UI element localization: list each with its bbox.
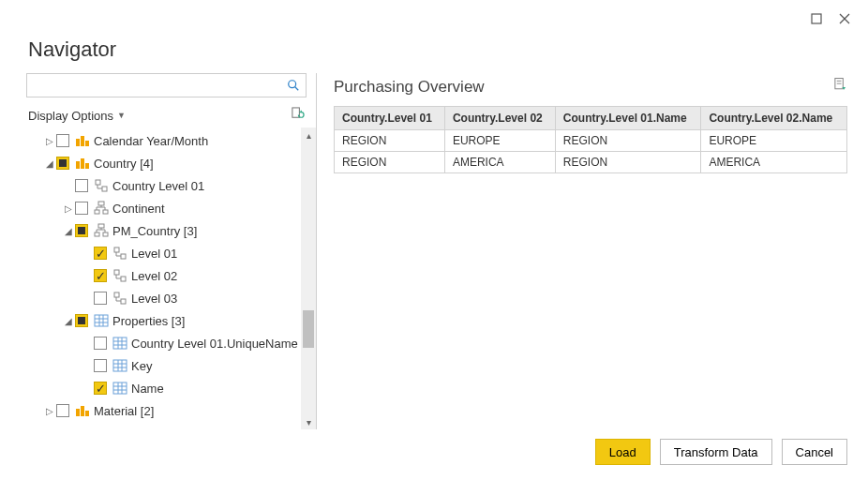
- maximize-button[interactable]: [802, 5, 831, 33]
- table-header-row: Country.Level 01 Country.Level 02 Countr…: [335, 107, 847, 130]
- node-label: Country [4]: [94, 157, 154, 171]
- checkbox-partial[interactable]: [56, 157, 69, 170]
- svg-rect-24: [95, 232, 99, 236]
- tree-scrollbar[interactable]: ▴ ▾: [301, 128, 316, 429]
- dimension-icon: [75, 133, 90, 148]
- checkbox[interactable]: [56, 134, 69, 147]
- checkbox-checked[interactable]: ✓: [94, 269, 107, 282]
- checkbox-partial[interactable]: [75, 314, 88, 327]
- tree-node-cl01unique[interactable]: Country Level 01.UniqueName: [26, 332, 316, 354]
- refresh-icon[interactable]: [291, 107, 305, 124]
- hierarchy-icon: [94, 201, 109, 216]
- col-header[interactable]: Country.Level 02.Name: [701, 107, 847, 130]
- scroll-up-icon[interactable]: ▴: [301, 128, 316, 142]
- table-icon: [94, 313, 109, 328]
- node-label: Country Level 01.UniqueName: [131, 337, 298, 351]
- load-button[interactable]: Load: [595, 439, 651, 465]
- preview-title: Purchasing Overview: [334, 78, 485, 97]
- svg-rect-63: [81, 406, 84, 416]
- table-icon: [112, 358, 127, 373]
- header: Navigator: [0, 38, 868, 73]
- dimension-icon: [75, 403, 90, 418]
- col-header[interactable]: Country.Level 01: [335, 107, 445, 130]
- table-row: REGION AMERICA REGION AMERICA: [335, 152, 847, 173]
- right-pane: Purchasing Overview Country.Level 01 Cou…: [317, 73, 868, 429]
- expand-icon[interactable]: ▷: [62, 203, 75, 214]
- table-icon: [112, 381, 127, 396]
- transform-data-button[interactable]: Transform Data: [660, 439, 772, 465]
- tree-node-country[interactable]: ◢ Country [4]: [26, 152, 316, 174]
- svg-rect-64: [85, 411, 89, 416]
- search-input[interactable]: [26, 73, 307, 98]
- tree-node-properties[interactable]: ◢ Properties [3]: [26, 309, 316, 332]
- display-options-dropdown[interactable]: Display Options ▼: [28, 109, 126, 123]
- content-area: Display Options ▼ ▷ Calendar Year/Month: [0, 73, 868, 429]
- tree-node-calendar[interactable]: ▷ Calendar Year/Month: [26, 129, 316, 152]
- tree-node-level02[interactable]: ✓ Level 02: [26, 264, 316, 287]
- node-label: Key: [131, 359, 152, 373]
- checkbox-checked[interactable]: ✓: [94, 382, 107, 395]
- collapse-icon[interactable]: ◢: [62, 316, 75, 326]
- hierarchy-icon: [94, 223, 109, 238]
- checkbox[interactable]: [75, 202, 88, 215]
- svg-rect-23: [98, 224, 104, 228]
- chevron-down-icon: ▼: [117, 111, 126, 120]
- tree-node-level01[interactable]: ✓ Level 01: [26, 242, 316, 264]
- checkbox[interactable]: [94, 337, 107, 350]
- node-label: Level 02: [131, 269, 177, 283]
- collapse-icon[interactable]: ◢: [62, 226, 75, 236]
- nav-tree: ▷ Calendar Year/Month ◢ Country [4]: [26, 128, 316, 424]
- svg-rect-9: [76, 161, 80, 169]
- scroll-down-icon[interactable]: ▾: [301, 414, 316, 429]
- svg-rect-42: [95, 315, 108, 326]
- tree-node-continent[interactable]: ▷ Continent: [26, 197, 316, 219]
- table-row: REGION EUROPE REGION EUROPE: [335, 130, 847, 152]
- node-label: PM_Country [3]: [112, 224, 197, 238]
- tree-node-level03[interactable]: Level 03: [26, 287, 316, 309]
- tree-node-pm-country[interactable]: ◢ PM_Country [3]: [26, 219, 316, 242]
- expand-icon[interactable]: ▷: [43, 406, 56, 416]
- tree-node-key[interactable]: Key: [26, 354, 316, 377]
- svg-rect-52: [113, 360, 127, 371]
- svg-rect-7: [81, 136, 84, 146]
- node-label: Continent: [112, 202, 165, 216]
- cell: REGION: [555, 130, 701, 152]
- preview-table: Country.Level 01 Country.Level 02 Countr…: [334, 106, 847, 173]
- svg-rect-62: [76, 409, 80, 416]
- titlebar: [0, 0, 868, 38]
- tree-node-country-level01[interactable]: Country Level 01: [26, 174, 316, 197]
- scroll-thumb[interactable]: [303, 310, 314, 348]
- checkbox-partial[interactable]: [75, 224, 88, 237]
- cell: REGION: [335, 130, 445, 152]
- tree-node-material[interactable]: ▷ Material [2]: [26, 399, 316, 422]
- cancel-button[interactable]: Cancel: [782, 439, 847, 465]
- col-header[interactable]: Country.Level 01.Name: [555, 107, 701, 130]
- node-label: Level 01: [131, 247, 177, 261]
- checkbox[interactable]: [94, 292, 107, 305]
- svg-rect-25: [103, 232, 108, 236]
- close-button[interactable]: [831, 5, 859, 33]
- svg-rect-38: [114, 292, 119, 297]
- checkbox[interactable]: [94, 359, 107, 372]
- node-label: Country Level 01: [112, 179, 204, 193]
- svg-rect-30: [114, 248, 119, 252]
- svg-rect-10: [81, 158, 84, 169]
- checkbox[interactable]: [75, 179, 88, 192]
- svg-rect-34: [114, 270, 119, 275]
- checkbox-checked[interactable]: ✓: [94, 247, 107, 260]
- svg-line-4: [295, 87, 299, 91]
- node-label: Material [2]: [94, 404, 154, 418]
- preview-options-icon[interactable]: [833, 77, 847, 97]
- hierarchy-level-icon: [112, 246, 127, 261]
- collapse-icon[interactable]: ◢: [43, 158, 56, 169]
- tree-node-name[interactable]: ✓ Name: [26, 377, 316, 399]
- svg-rect-12: [96, 180, 100, 185]
- checkbox[interactable]: [56, 404, 69, 417]
- col-header[interactable]: Country.Level 02: [444, 107, 555, 130]
- svg-point-3: [289, 81, 296, 88]
- left-pane: Display Options ▼ ▷ Calendar Year/Month: [26, 73, 317, 429]
- display-options-label: Display Options: [28, 109, 113, 123]
- node-label: Level 03: [131, 292, 177, 306]
- expand-icon[interactable]: ▷: [43, 136, 56, 146]
- node-label: Name: [131, 382, 164, 396]
